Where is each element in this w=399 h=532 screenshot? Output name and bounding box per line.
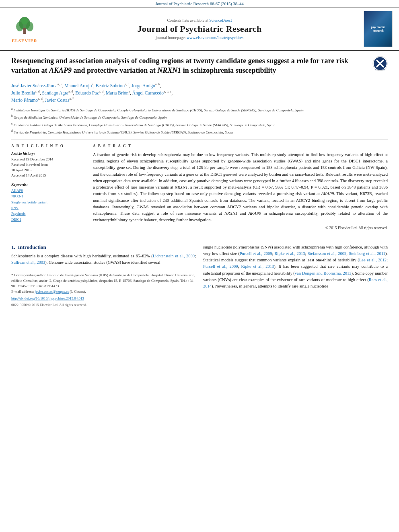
intro-heading: 1. Introduction [11,244,196,251]
homepage-link[interactable]: www.elsevier.com/locate/psychires [187,35,243,40]
ref-ripke-2013b[interactable]: Ripke et al., 2013 [241,264,274,269]
article-info-col: A R T I C L E I N F O Article history: R… [11,144,86,234]
author-4[interactable]: Jorge Amigo [132,83,155,88]
article-info-label: A R T I C L E I N F O [11,144,86,149]
keyword-snv[interactable]: SNV [11,205,86,211]
affil-d: d Servizo de Psiquiatría, Complejo Hospi… [11,129,388,136]
intro-left-col: 1. Introduction Schizophrenia is a compl… [11,244,196,308]
svg-point-5 [21,17,28,25]
article-info-abstract-cols: A R T I C L E I N F O Article history: R… [11,144,388,234]
contents-line: Contents lists available at ScienceDirec… [43,18,356,23]
homepage-line: journal homepage: www.elsevier.com/locat… [43,35,356,40]
keywords-section: Keywords: AKAP9 NRXN1 Single nucleotide … [11,183,86,222]
author-9[interactable]: Ángel Carracedo [132,90,164,95]
author-7[interactable]: Eduardo Paz [75,90,99,95]
affiliations: a Instituto de Investigación Sanitaria (… [11,107,388,140]
abstract-label: A B S T R A C T [93,144,388,149]
author-10[interactable]: Mario Páramo [11,98,38,103]
sciencedirect-link[interactable]: ScienceDirect [209,18,232,23]
elsevier-tree-icon [14,15,36,37]
journal-thumbnail: psychiatricresearch [364,11,393,47]
ref-lee-2012[interactable]: Lee et al., 2012 [359,258,387,262]
abstract-section: A fraction of genetic risk to develop sc… [93,152,388,230]
copyright-line: © 2015 Elsevier Ltd. All rights reserved… [93,226,388,230]
author-5[interactable]: Julio Brenlla [11,90,35,95]
section-separator [11,239,388,239]
keywords-title: Keywords: [11,183,86,187]
affil-c: c Fundación Pública Galega de Medicina X… [11,121,388,128]
ref-ripke-2013[interactable]: Ripke et al., 2013 [275,251,305,256]
article-header: Resequencing and association analysis of… [11,56,388,79]
ref-vandongen-2013[interactable]: van Dongen and Boomsma, 2013 [295,271,352,275]
footnote-email-line: E-mail address: javier.costas@sergas.es … [11,289,196,295]
keyword-akap9[interactable]: AKAP9 [11,188,86,193]
email-link[interactable]: javier.costas@sergas.es [35,290,69,294]
author-8[interactable]: María Brión [106,90,129,95]
keyword-nrxn1[interactable]: NRXN1 [11,193,86,199]
journal-title: Journal of Psychiatric Research [43,24,356,34]
body-two-col: 1. Introduction Schizophrenia is a compl… [11,244,388,308]
author-3[interactable]: Beatriz Sobrino [96,83,125,88]
authors-line: José Javier Suárez-Ramaa, b, Manuel Arro… [11,82,388,104]
article-history: Article history: Received 19 December 20… [11,152,86,179]
affil-a: a Instituto de Investigación Sanitaria (… [11,107,388,113]
abstract-text: A fraction of genetic risk to develop sc… [93,152,388,224]
ref-lichtenstein-2009[interactable]: Lichtenstein et al., 2009 [153,254,195,258]
svg-point-3 [26,22,33,31]
keyword-psychosis[interactable]: Psychosis [11,211,86,216]
intro-right-col: single nucleotide polymorphisms (SNPs) a… [203,244,388,308]
svg-rect-4 [23,28,26,34]
revised-date: 10 April 2015 [11,168,86,173]
journal-top-bar: Journal of Psychiatric Research 66-67 (2… [0,0,399,8]
keyword-snv-full[interactable]: Single nucleotide variant [11,199,86,205]
intro-para2: single nucleotide polymorphisms (SNPs) a… [203,244,388,290]
keyword-disc1[interactable]: DISC1 [11,217,86,222]
history-title: Article history: [11,152,86,156]
journal-thumb-container: psychiatricresearch [356,11,393,47]
journal-header: ELSEVIER Contents lists available at Sci… [0,8,399,51]
author-11[interactable]: Javier Costas [45,98,69,103]
main-content: Resequencing and association analysis of… [0,51,399,312]
email-author: (J. Costas). [70,290,86,294]
email-label: E-mail address: [11,290,34,294]
author-6[interactable]: Santiago Agra [42,90,68,95]
ref-steinberg-2011[interactable]: Steinberg et al., 2011 [349,251,385,256]
author-2[interactable]: Manuel Arrojo [64,83,92,88]
elsevier-wordmark: ELSEVIER [12,38,37,43]
abstract-col: A B S T R A C T A fraction of genetic ri… [93,144,388,234]
ref-purcell-2009b[interactable]: Purcell et al., 2009 [203,264,238,269]
crossmark-badge[interactable]: CrossMark [372,56,388,71]
ref-stefansson-2009[interactable]: Stefansson et al., 2009 [308,251,346,256]
accepted-date: Accepted 14 April 2015 [11,173,86,179]
ref-rees-2014[interactable]: Rees et al., 2014 [203,277,388,288]
intro-para1: Schizophrenia is a complex disease with … [11,253,196,266]
affil-b: b Grupo de Medicina Xenómica, Universida… [11,114,388,121]
revised-label: Received in revised form [11,162,86,168]
received-date: Received 19 December 2014 [11,157,86,162]
footnote-area: * Corresponding author. Instituto de Inv… [11,270,196,308]
ref-purcell-2009[interactable]: Purcell et al., 2009 [240,251,272,256]
ref-sullivan-2003[interactable]: Sullivan et al., 2003 [11,260,45,265]
crossmark-icon: CrossMark [372,56,388,71]
article-title: Resequencing and association analysis of… [11,56,372,76]
doi-line[interactable]: http://dx.doi.org/10.1016/j.jpsychires.2… [11,296,196,302]
issn-line: 0022-3956/© 2015 Elsevier Ltd. All right… [11,302,196,308]
author-1[interactable]: José Javier Suárez-Rama [11,83,58,88]
svg-text:CrossMark: CrossMark [375,68,385,71]
journal-header-center: Contents lists available at ScienceDirec… [43,18,356,40]
elsevier-logo: ELSEVIER [6,15,43,43]
footnote-star-text: * Corresponding author. Instituto de Inv… [11,273,196,289]
